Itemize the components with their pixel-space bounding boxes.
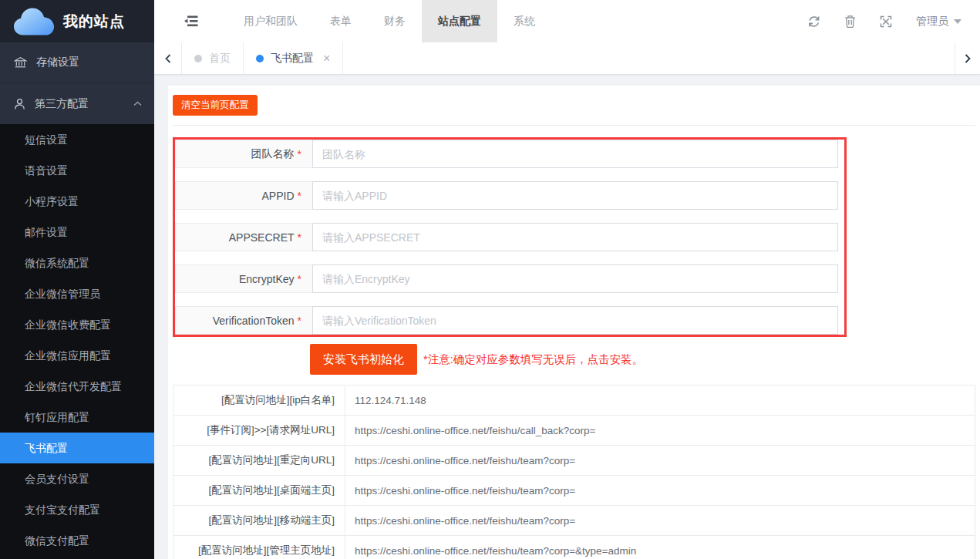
tabbar: 首页 飞书配置 ×	[154, 42, 980, 75]
trash-button[interactable]	[844, 15, 856, 28]
encryptkey-input[interactable]	[312, 264, 838, 293]
sidebar-item-wecom-billing-config[interactable]: 企业微信收费配置	[0, 309, 154, 340]
tab-feishu-config[interactable]: 飞书配置 ×	[244, 42, 343, 74]
tab-close-icon[interactable]: ×	[323, 52, 330, 65]
info-table-row: [配置访问地址][ip白名单] 112.124.71.148	[173, 386, 975, 416]
user-icon	[14, 98, 25, 110]
form-actions: 安装飞书初始化 *注意:确定对应参数填写无误后，点击安装。	[173, 344, 975, 375]
cloud-icon	[12, 6, 56, 37]
info-row-value: https://ceshi.online-office.net/feishu/t…	[345, 446, 975, 476]
info-row-label: [配置访问地址][移动端主页]	[173, 506, 345, 536]
sidebar-item-wecom-dev-config[interactable]: 企业微信代开发配置	[0, 371, 154, 402]
field-label: VerificationToken *	[175, 306, 312, 335]
appid-input[interactable]	[312, 181, 838, 210]
required-mark: *	[298, 190, 301, 202]
field-label-text: VerificationToken	[213, 315, 295, 327]
sidebar-item-wecom-admin[interactable]: 企业微信管理员	[0, 278, 154, 309]
trash-icon	[844, 15, 856, 28]
sidebar-item-dingtalk-app-config[interactable]: 钉钉应用配置	[0, 402, 154, 433]
sidebar-item-wechat-system-config[interactable]: 微信系统配置	[0, 248, 154, 278]
sidebar-item-storage-settings[interactable]: 存储设置	[0, 42, 154, 83]
menu-fold-icon	[184, 15, 198, 27]
info-table-row: [事件订阅]>>[请求网址URL] https://ceshi.online-o…	[173, 416, 975, 446]
info-row-value: https://ceshi.online-office.net/feishu/t…	[345, 536, 975, 559]
config-info-table: [配置访问地址][ip白名单] 112.124.71.148 [事件订阅]>>[…	[173, 385, 975, 559]
fullscreen-button[interactable]	[880, 15, 892, 28]
sidebar-item-sms-settings[interactable]: 短信设置	[0, 124, 154, 155]
sidebar-item-voice-settings[interactable]: 语音设置	[0, 155, 154, 186]
nav-item-site-config[interactable]: 站点配置	[422, 0, 497, 42]
info-row-label: [配置访问地址][桌面端主页]	[173, 476, 345, 506]
sidebar-item-member-payment-settings[interactable]: 会员支付设置	[0, 463, 154, 494]
topbar: 用户和团队 表单 财务 站点配置 系统	[154, 0, 980, 42]
sidebar-section-label: 第三方配置	[35, 97, 89, 111]
topbar-actions: 管理员	[807, 15, 980, 29]
sidebar: 我的站点 存储设置 第三方配置	[0, 0, 154, 559]
info-table-row: [配置访问地址][桌面端主页] https://ceshi.online-off…	[173, 476, 975, 506]
nav-item-users-and-teams[interactable]: 用户和团队	[227, 0, 314, 42]
nav-item-finance[interactable]: 财务	[368, 0, 422, 42]
tab-home[interactable]: 首页	[182, 42, 244, 74]
menu-collapse-button[interactable]	[184, 15, 198, 27]
required-mark: *	[298, 273, 301, 285]
chevron-up-icon	[133, 101, 142, 106]
admin-user-menu[interactable]: 管理员	[916, 15, 961, 29]
page-card: 清空当前页配置 团队名称 * APPID *	[168, 86, 980, 559]
sidebar-item-wechat-payment-config[interactable]: 微信支付配置	[0, 525, 154, 556]
tab-dot-icon	[256, 55, 264, 62]
tabs-scroll-right-button[interactable]	[955, 42, 980, 74]
info-row-value: https://ceshi.online-office.net/feishu/c…	[345, 416, 975, 446]
field-label: 团队名称 *	[175, 140, 312, 168]
admin-user-label: 管理员	[916, 15, 948, 29]
tab-label: 首页	[209, 52, 231, 66]
field-label-text: EncryptKey	[239, 273, 295, 285]
nav-item-forms[interactable]: 表单	[314, 0, 368, 42]
info-row-value: 112.124.71.148	[345, 386, 975, 416]
main-content: 清空当前页配置 团队名称 * APPID *	[154, 76, 980, 559]
field-label: APPSECRET *	[175, 223, 312, 251]
form-row-appid: APPID *	[175, 181, 838, 210]
sidebar-item-mail-settings[interactable]: 邮件设置	[0, 217, 154, 248]
form-row-team-name: 团队名称 *	[175, 140, 838, 168]
divider	[173, 125, 975, 126]
info-table-row: [配置访问地址][移动端主页] https://ceshi.online-off…	[173, 506, 975, 536]
info-row-value: https://ceshi.online-office.net/feishu/t…	[345, 506, 975, 536]
field-label-text: 团队名称	[251, 147, 295, 161]
form-row-encryptkey: EncryptKey *	[175, 264, 838, 293]
refresh-button[interactable]	[807, 15, 820, 28]
tab-label: 飞书配置	[271, 52, 314, 66]
sidebar-item-feishu-config[interactable]: 飞书配置	[0, 433, 154, 463]
sidebar-item-thirdparty-config[interactable]: 第三方配置	[0, 83, 154, 124]
site-logo[interactable]: 我的站点	[0, 0, 154, 42]
required-mark: *	[298, 148, 301, 160]
appsecret-input[interactable]	[312, 223, 838, 251]
clear-page-config-button[interactable]: 清空当前页配置	[173, 95, 258, 116]
tab-dot-icon	[194, 55, 202, 62]
field-label-text: APPSECRET	[229, 231, 295, 244]
team-name-input[interactable]	[312, 140, 838, 168]
app-root: 我的站点 存储设置 第三方配置	[0, 0, 980, 559]
verificationtoken-input[interactable]	[312, 306, 838, 335]
required-mark: *	[298, 231, 301, 244]
field-label: EncryptKey *	[175, 264, 312, 293]
sidebar-item-alipay-payment-config[interactable]: 支付宝支付配置	[0, 494, 154, 525]
install-warning-note: *注意:确定对应参数填写无误后，点击安装。	[423, 352, 643, 367]
field-label: APPID *	[175, 181, 312, 210]
required-mark: *	[298, 315, 301, 327]
info-table-row: [配置访问地址][重定向URL] https://ceshi.online-of…	[173, 446, 975, 476]
sidebar-item-wecom-app-config[interactable]: 企业微信应用配置	[0, 340, 154, 371]
chevron-down-icon	[954, 19, 961, 24]
nav-item-system[interactable]: 系统	[497, 0, 551, 42]
install-feishu-button[interactable]: 安装飞书初始化	[310, 344, 417, 375]
field-label-text: APPID	[262, 190, 295, 202]
form-row-appsecret: APPSECRET *	[175, 223, 838, 251]
fullscreen-icon	[880, 15, 892, 28]
sidebar-item-miniprogram-settings[interactable]: 小程序设置	[0, 186, 154, 217]
refresh-icon	[807, 15, 820, 28]
info-row-label: [配置访问地址][ip白名单]	[173, 386, 345, 416]
tabbar-spacer	[343, 42, 955, 74]
chevron-left-icon	[165, 54, 171, 63]
feishu-config-form: 团队名称 * APPID * APPSECRET *	[173, 137, 847, 337]
tabs-scroll-left-button[interactable]	[154, 42, 182, 74]
topnav-menu: 用户和团队 表单 财务 站点配置 系统	[227, 0, 551, 42]
